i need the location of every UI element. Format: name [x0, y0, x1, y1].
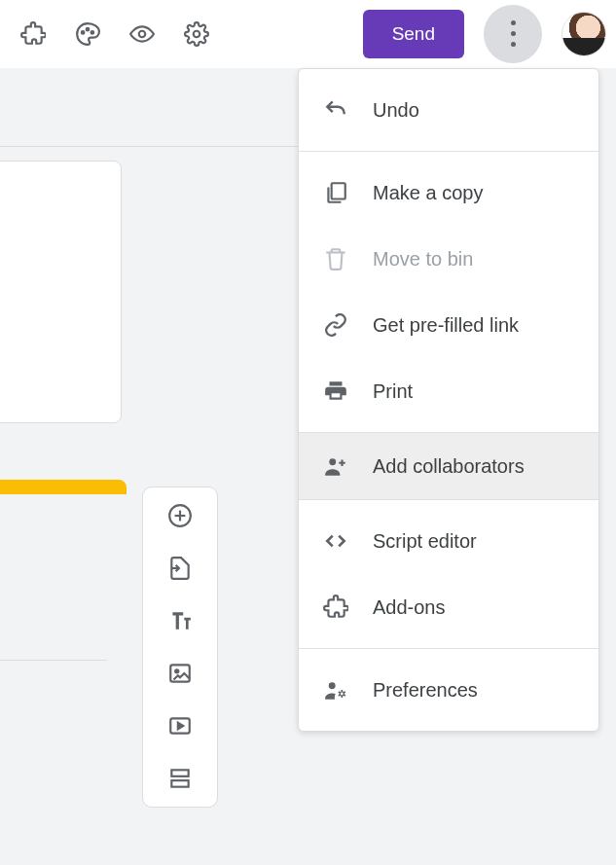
svg-point-2	[91, 31, 94, 34]
more-button[interactable]	[484, 5, 542, 63]
menu-item-addons[interactable]: Add-ons	[299, 574, 598, 640]
add-video-button[interactable]	[165, 711, 195, 740]
menu-label: Undo	[373, 99, 419, 122]
more-menu: Undo Make a copy Move to bin Get pre-fil…	[298, 68, 599, 732]
menu-item-preferences[interactable]: Preferences	[299, 657, 598, 723]
svg-point-9	[175, 669, 178, 672]
side-toolbar	[142, 487, 218, 808]
svg-point-0	[82, 31, 85, 34]
svg-marker-11	[178, 723, 183, 730]
card-accent-bar	[0, 480, 127, 494]
svg-point-15	[329, 458, 336, 465]
add-question-button[interactable]	[165, 501, 195, 530]
menu-label: Add collaborators	[373, 455, 525, 478]
svg-rect-12	[171, 770, 188, 776]
preview-icon[interactable]	[119, 11, 165, 57]
puzzle-icon	[322, 594, 349, 621]
avatar[interactable]	[562, 12, 606, 56]
svg-point-1	[87, 27, 90, 30]
add-image-button[interactable]	[165, 659, 195, 688]
menu-item-print[interactable]: Print	[299, 358, 598, 424]
link-icon	[322, 311, 349, 339]
menu-item-move-to-bin: Move to bin	[299, 226, 598, 292]
menu-item-make-copy[interactable]: Make a copy	[299, 160, 598, 226]
menu-label: Script editor	[373, 530, 477, 553]
form-card: lore	[0, 161, 122, 423]
copy-icon	[322, 179, 349, 206]
menu-label: Preferences	[373, 679, 478, 702]
trash-icon	[322, 245, 349, 272]
menu-label: Move to bin	[373, 248, 473, 270]
menu-item-script-editor[interactable]: Script editor	[299, 508, 598, 574]
menu-label: Add-ons	[373, 596, 446, 619]
menu-label: Make a copy	[373, 182, 483, 204]
svg-point-16	[329, 682, 336, 689]
text-fragment-2: ych	[0, 825, 107, 847]
menu-item-prefilled-link[interactable]: Get pre-filled link	[299, 292, 598, 358]
code-icon	[322, 527, 349, 555]
addons-icon[interactable]	[10, 11, 56, 57]
import-questions-button[interactable]	[165, 554, 195, 583]
preferences-icon	[322, 676, 349, 703]
svg-point-4	[194, 30, 200, 37]
print-icon	[322, 378, 349, 405]
svg-rect-13	[171, 780, 188, 787]
undo-icon	[322, 96, 349, 124]
text-fragment: ak co oba	[0, 660, 107, 739]
menu-item-undo[interactable]: Undo	[299, 77, 598, 143]
send-button[interactable]: Send	[363, 10, 464, 58]
menu-item-add-collaborators[interactable]: Add collaborators	[299, 433, 598, 499]
divider	[0, 146, 298, 147]
add-title-button[interactable]	[165, 606, 195, 635]
svg-rect-14	[332, 183, 345, 198]
palette-icon[interactable]	[64, 11, 111, 57]
svg-point-3	[139, 30, 146, 37]
menu-label: Print	[373, 380, 413, 403]
settings-icon[interactable]	[173, 11, 220, 57]
menu-label: Get pre-filled link	[373, 314, 519, 337]
add-collaborators-icon	[322, 452, 349, 480]
add-section-button[interactable]	[165, 764, 195, 793]
toolbar: Send	[0, 0, 616, 68]
